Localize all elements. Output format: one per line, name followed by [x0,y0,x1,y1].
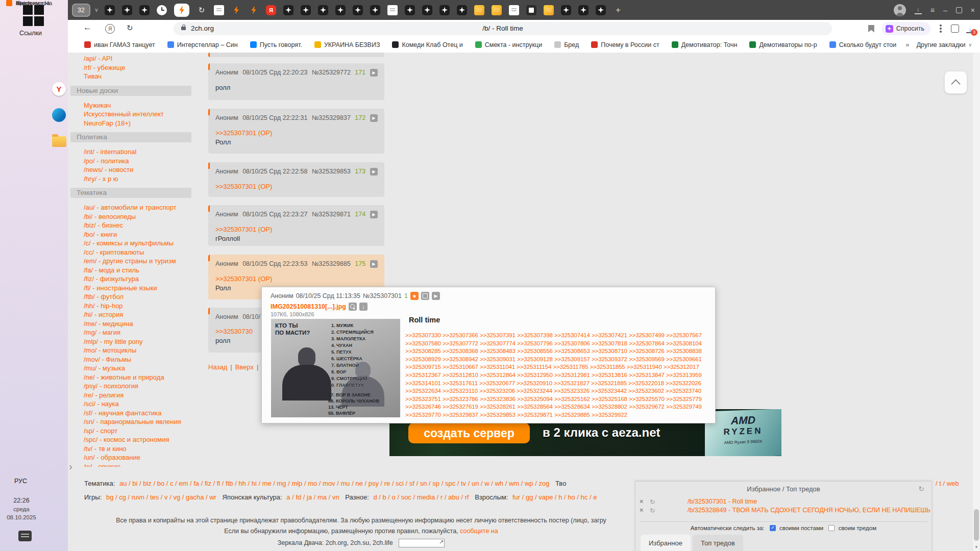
zoom-icon[interactable] [349,303,357,311]
browser-tab[interactable] [283,5,293,15]
browser-tab[interactable] [422,5,432,15]
post-ordinal[interactable]: 171 [355,69,365,76]
cloud-links[interactable]: a / fd / ja / ma / vn [286,493,339,501]
board-link[interactable]: /bo/ - книги [84,230,191,239]
desktop-shortcut[interactable]: -fl- - иностра [6,0,50,6]
tab-top-threads[interactable]: Топ тредов [693,535,743,551]
reply-link-row[interactable]: >>325314101 >>325317611 >>325320677 >>32… [405,380,712,388]
reload-icon[interactable]: ↻ [127,23,133,33]
board-link[interactable]: /tv/ - тв и кино [84,444,191,454]
tab-favorites[interactable]: Избранное [641,535,691,551]
post-number[interactable]: №325329837 [312,114,351,121]
browser-tab[interactable] [596,5,606,15]
reply-link-row[interactable]: >>325307330 >>325307366 >>325307391 >>32… [405,332,712,340]
board-link[interactable]: /sci/ - наука [84,399,191,409]
post-ordinal[interactable]: 174 [355,211,365,218]
checkbox-own-thread[interactable] [828,525,835,531]
tab-list-chevron-icon[interactable]: ∨ [94,7,99,13]
ad-cta-button[interactable]: создать сервер [408,423,530,443]
board-link[interactable]: Тивач [84,72,191,81]
bookmark-item[interactable]: иван ГАМАЗ танцует [84,41,155,48]
browser-tab[interactable] [474,5,484,15]
board-link[interactable]: /ne/ - животные и природа [84,373,191,382]
other-bookmarks-button[interactable]: Другие закладки ∨ [912,37,972,53]
close-icon[interactable]: × [971,7,975,14]
reply-link-row[interactable]: >>325307580 >>325307772 >>325307774 >>32… [405,340,712,348]
bookmark-item[interactable]: Интерстеллар – Син [167,41,238,48]
bookmark-item[interactable]: УКРАИНА БЕЗВИЗ [314,41,380,48]
file-link[interactable]: IMG202510081310[...].jpg [271,303,346,310]
file-explorer-icon[interactable] [52,136,66,147]
cloud-links[interactable]: bg / cg / ruvn / tes / v / vg / gacha / … [106,493,216,501]
reply-link[interactable]: >>325307301 (ОР) [215,129,377,138]
board-link[interactable]: /hry/ - х р ю [84,174,191,184]
post-ordinal[interactable]: 172 [355,114,365,121]
scrollbar-thumb[interactable] [974,509,979,541]
downloads-panel-icon[interactable]: ↓ [915,6,922,14]
scrollbar-down-icon[interactable]: ▼ [973,545,980,549]
play-icon[interactable] [370,114,378,122]
board-link[interactable]: /fl/ - иностранные языки [84,284,191,293]
board-link[interactable]: /spc/ - космос и астрономия [84,435,191,444]
post-ordinal[interactable]: 175 [355,260,365,267]
board-link[interactable]: /psy/ - психология [84,382,191,391]
restore-icon[interactable] [956,7,962,13]
back-icon[interactable]: ← [83,22,92,33]
board-link[interactable]: Мужикач [84,101,191,110]
bookmark-item[interactable]: Демотиваторы по-р [749,41,817,48]
refresh-icon[interactable]: ↻ [650,507,655,514]
board-link[interactable]: /mu/ - музыка [84,364,191,373]
browser-tab[interactable] [105,5,115,15]
edge-icon[interactable] [52,108,66,122]
browser-tab[interactable] [561,5,571,15]
language-indicator[interactable]: РУС [14,478,27,485]
board-link[interactable]: /hi/ - история [84,310,191,319]
expand-icon[interactable] [421,292,429,300]
reply-link-row[interactable]: >>325322634 >>325323110 >>325323206 >>32… [405,387,712,395]
bookmark-flag-icon[interactable] [868,25,874,33]
mirror-input[interactable]: ↗ [399,539,445,547]
play-icon[interactable] [370,260,378,268]
board-link[interactable]: /sp/ - спорт [84,427,191,436]
cloud-links[interactable]: au / bi / biz / bo / c / em / fa / fiz /… [119,480,549,487]
post-image-thumbnail[interactable]: КТО ТЫ ПО МАСТИ? 1. МУЖИК2. СТРЕМЯЩИЙСЯ3… [271,319,400,417]
board-link[interactable]: /c/ - комиксы и мультфильмы [84,239,191,248]
bookmark-item[interactable]: Почему в России ст [591,41,659,48]
post-number[interactable]: №325329885 [312,260,351,267]
refresh-icon[interactable]: ↻ [650,498,655,506]
bookmark-item[interactable]: Пусть говорят. [250,41,302,48]
refresh-icon[interactable]: ↻ [918,485,924,493]
browser-tab[interactable] [405,5,415,15]
board-link[interactable]: /news/ - новости [84,165,191,174]
board-link[interactable]: /mlp/ - my little pony [84,337,191,346]
browser-tab[interactable] [509,5,519,15]
browser-tab[interactable] [139,5,150,15]
browser-tab[interactable] [157,5,167,15]
play-icon[interactable] [370,69,378,77]
yandex-browser-icon[interactable]: Y [52,82,66,96]
board-link[interactable]: /rf/ - убежище [84,63,191,72]
browser-tab[interactable] [457,5,467,15]
minimize-icon[interactable]: – [943,7,947,14]
notification-icon[interactable] [18,531,32,541]
board-link[interactable]: /bi/ - велосипеды [84,212,191,221]
board-link[interactable]: /w/ - оружие [84,462,191,467]
remove-icon[interactable]: × [640,507,643,514]
more-options-icon[interactable] [940,28,942,30]
favorite-thread-link[interactable]: /b/325328849 - ТВОЯ МАТЬ СДОХНЕТ СЕГОДНЯ… [688,507,932,514]
post-number[interactable]: №325329853 [312,168,351,175]
browser-tab[interactable] [370,5,380,15]
reply-link-row[interactable]: >>325323751 >>325323786 >>325323836 >>32… [405,395,712,404]
play-icon[interactable]: ▶ [432,292,440,300]
cloud-links-fragment[interactable]: / t / web [936,480,959,487]
scrollbar[interactable]: ▼ [973,53,980,551]
menu-icon[interactable]: ≡ [930,7,935,14]
browser-tab[interactable] [492,5,502,15]
bookmark-item[interactable]: Комеди Клаб Отец и [392,41,462,48]
board-link[interactable]: /sf/ - научная фантастика [84,409,191,418]
board-link[interactable]: /fa/ - мода и стиль [84,266,191,275]
board-link[interactable]: /po/ - политика [84,157,191,166]
reply-link-row[interactable]: >>325329770 >>325329837 >>325329853 >>32… [405,411,712,419]
tab-counter[interactable]: 32 [72,4,90,17]
post-number[interactable]: №325307301 [363,292,402,299]
